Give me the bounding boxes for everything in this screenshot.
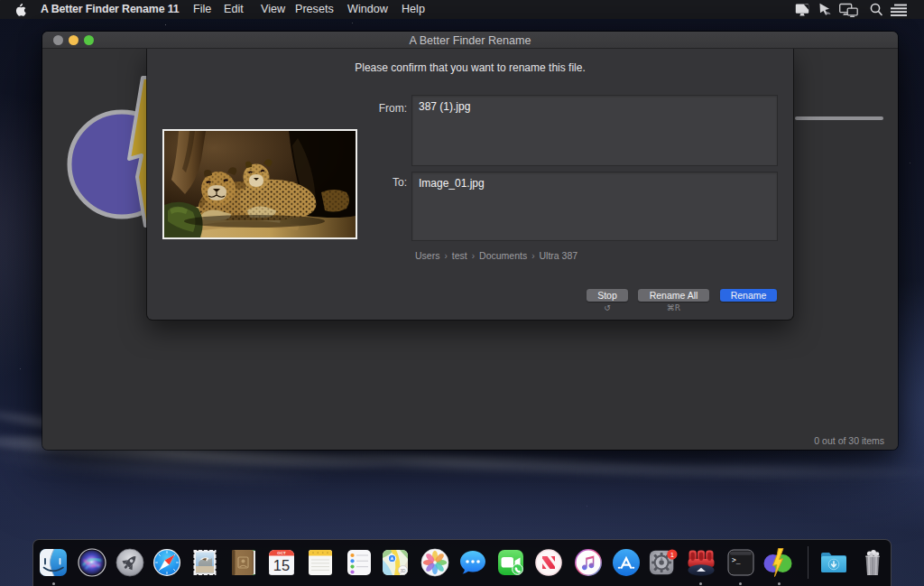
dock-icon-blocked-app[interactable] — [534, 548, 563, 577]
dock-icon-theater-seats[interactable] — [687, 548, 716, 577]
apple-menu-icon[interactable] — [15, 4, 26, 16]
menu-help[interactable]: Help — [402, 3, 425, 15]
notification-list-icon[interactable] — [891, 3, 907, 16]
rename-all-button[interactable]: Rename All — [638, 289, 709, 302]
dock-icon-trash[interactable] — [858, 548, 887, 577]
horizontal-scrollbar[interactable] — [795, 116, 883, 121]
menu-bar: A Better Finder Rename 11 File Edit View… — [0, 0, 924, 19]
chevron-right-icon: › — [531, 251, 534, 261]
menu-file[interactable]: File — [193, 3, 211, 15]
menu-edit[interactable]: Edit — [224, 3, 244, 15]
stop-button[interactable]: Stop — [587, 289, 628, 302]
dock-icon-reminders[interactable] — [345, 548, 374, 577]
dock-icon-messages[interactable] — [458, 548, 487, 577]
dock-icon-system-preferences[interactable]: 1 — [649, 548, 678, 577]
chevron-right-icon: › — [472, 251, 475, 261]
dock-icon-better-finder-rename[interactable] — [763, 548, 792, 577]
confirm-message: Please confirm that you want to rename t… — [147, 61, 793, 74]
breadcrumb-path: Users › test › Documents › Ultra 387 — [415, 250, 578, 261]
dock-icon-itunes[interactable] — [574, 548, 603, 577]
dock-icon-notes[interactable] — [306, 548, 335, 577]
pointer-device-icon[interactable] — [818, 3, 831, 16]
running-indicator-terminal — [739, 582, 742, 585]
desktop-screen: A Better Finder Rename 11 File Edit View… — [0, 0, 924, 586]
terminal-prompt-glyph: >_ — [732, 556, 741, 564]
dock-icon-mail[interactable] — [190, 548, 219, 577]
menu-presets[interactable]: Presets — [295, 3, 334, 15]
dock-icon-photos[interactable] — [420, 548, 449, 577]
dock-icon-finder[interactable] — [39, 548, 68, 577]
dock-icon-contacts[interactable] — [229, 548, 258, 577]
file-preview-thumbnail — [162, 129, 357, 239]
running-indicator-abfr — [778, 582, 781, 585]
dock-icon-siri[interactable] — [78, 548, 106, 577]
dock-icon-app-store[interactable] — [612, 548, 641, 577]
path-test[interactable]: test — [452, 250, 467, 261]
dock-separator — [808, 546, 808, 579]
rename-confirm-sheet: Please confirm that you want to rename t… — [147, 49, 793, 320]
svg-text:3D: 3D — [401, 569, 407, 573]
dock-icon-calendar[interactable]: OCT 15 — [267, 548, 296, 577]
dock-icon-safari[interactable] — [152, 548, 181, 577]
path-ultra387[interactable]: Ultra 387 — [540, 250, 578, 261]
running-indicator-finder — [52, 582, 55, 585]
calendar-month-label: OCT — [277, 551, 286, 555]
chevron-right-icon: › — [444, 251, 447, 261]
dock-icon-launchpad[interactable] — [116, 548, 144, 577]
dock-icon-terminal[interactable]: >_ — [726, 548, 755, 577]
window-title: A Better Finder Rename — [42, 34, 898, 47]
airplay-displays-icon[interactable] — [839, 3, 858, 18]
from-field[interactable]: 387 (1).jpg — [411, 95, 778, 166]
dock-icon-downloads[interactable] — [819, 548, 848, 577]
to-field[interactable]: Image_01.jpg — [411, 172, 778, 241]
calendar-day-label: 15 — [273, 557, 290, 573]
rename-all-shortcut-hint: ⌘R — [638, 303, 709, 312]
window-content: 0 out of 30 items Please confirm that yo… — [42, 49, 898, 450]
dock: OCT 15 — [32, 539, 892, 586]
active-app-name[interactable]: A Better Finder Rename 11 — [41, 3, 179, 15]
path-users[interactable]: Users — [415, 250, 439, 261]
dock-icon-facetime[interactable] — [496, 548, 525, 577]
to-value: Image_01.jpg — [419, 177, 485, 190]
dock-icon-maps[interactable]: 3D — [381, 548, 410, 577]
menu-view[interactable]: View — [261, 3, 285, 15]
prefs-badge-count: 1 — [670, 552, 674, 558]
from-value: 387 (1).jpg — [419, 100, 470, 113]
running-indicator-theater-seats — [699, 582, 702, 585]
path-documents[interactable]: Documents — [479, 250, 527, 261]
spotlight-search-icon[interactable] — [870, 3, 882, 16]
menu-window[interactable]: Window — [347, 3, 388, 15]
rename-button[interactable]: Rename — [720, 289, 777, 302]
stop-shortcut-hint: ↺ — [587, 303, 628, 312]
items-status: 0 out of 30 items — [814, 435, 884, 446]
display-nightshift-icon[interactable] — [795, 3, 809, 17]
from-label: From: — [335, 102, 407, 115]
window-titlebar[interactable]: A Better Finder Rename — [42, 32, 898, 49]
app-window: A Better Finder Rename 0 out of 30 items… — [42, 32, 898, 450]
